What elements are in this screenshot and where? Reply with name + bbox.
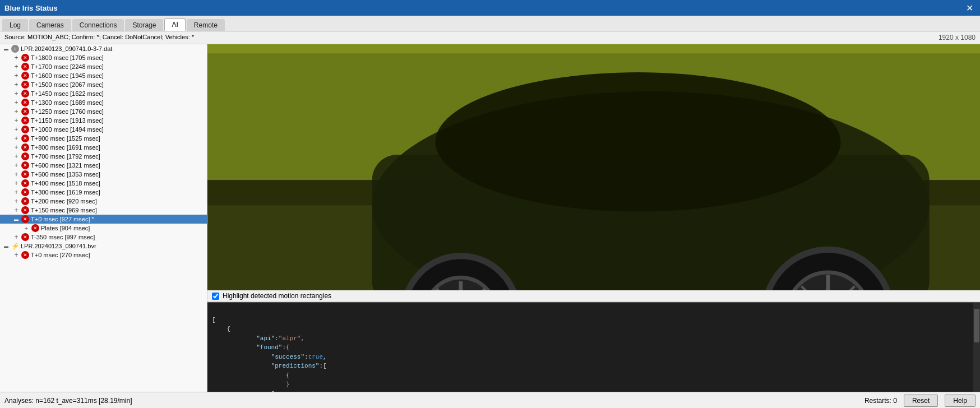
tab-ai[interactable]: AI bbox=[164, 18, 185, 31]
tab-log[interactable]: Log bbox=[2, 19, 28, 31]
tree-item-label: T+800 msec [1691 msec] bbox=[31, 144, 100, 151]
x-icon: ✕ bbox=[21, 170, 29, 178]
tree-item-t1700[interactable]: +✕T+1700 msec [2248 msec] bbox=[0, 62, 207, 71]
json-scrollbar-thumb[interactable] bbox=[974, 309, 979, 342]
x-icon: ✕ bbox=[21, 90, 29, 98]
tree-expander[interactable]: + bbox=[12, 152, 20, 160]
tree-expander[interactable]: + bbox=[12, 126, 20, 133]
close-button[interactable]: ✕ bbox=[964, 3, 976, 13]
tree-expander[interactable]: + bbox=[12, 63, 20, 71]
tree-item-label: T+1300 msec [1689 msec] bbox=[31, 99, 104, 106]
tree-item-t500[interactable]: +✕T+500 msec [1353 msec] bbox=[0, 170, 207, 179]
tab-cameras[interactable]: Cameras bbox=[29, 19, 71, 31]
tree-item-t1800[interactable]: +✕T+1800 msec [1705 msec] bbox=[0, 53, 207, 62]
tree-expander[interactable]: + bbox=[12, 90, 20, 98]
tree-item-t600[interactable]: +✕T+600 msec [1321 msec] bbox=[0, 161, 207, 170]
tree-item-t1450[interactable]: +✕T+1450 msec [1622 msec] bbox=[0, 89, 207, 98]
tree-expander[interactable]: + bbox=[12, 135, 20, 142]
highlight-checkbox[interactable] bbox=[212, 293, 219, 300]
x-icon: ✕ bbox=[21, 81, 29, 89]
reset-button[interactable]: Reset bbox=[904, 395, 938, 407]
x-icon: ✕ bbox=[21, 63, 29, 71]
tab-remote[interactable]: Remote bbox=[187, 19, 225, 31]
json-panel[interactable]: [ { "api":"alpr", "found":{ "success":tr… bbox=[207, 302, 980, 392]
tree-expander[interactable]: + bbox=[12, 233, 20, 241]
lightning-icon: ⚡ bbox=[11, 242, 19, 250]
tree-item-t1000[interactable]: +✕T+1000 msec [1494 msec] bbox=[0, 125, 207, 134]
tree-item-t150[interactable]: +✕T+150 msec [969 msec] bbox=[0, 206, 207, 215]
tree-item-plates[interactable]: +✕Plates [904 msec] bbox=[0, 224, 207, 233]
x-icon: ✕ bbox=[21, 54, 29, 62]
tree-item-t300[interactable]: +✕T+300 msec [1619 msec] bbox=[0, 188, 207, 197]
tree-item-label: T+700 msec [1792 msec] bbox=[31, 153, 100, 160]
tree-item-label: LPR.20240123_090741.bvr bbox=[21, 243, 96, 249]
tree-item-t0b[interactable]: +✕T+0 msec [270 msec] bbox=[0, 251, 207, 259]
tree-expander[interactable]: ▬ bbox=[2, 45, 10, 53]
tree-item-t0[interactable]: ▬✕T+0 msec [927 msec] * bbox=[0, 215, 207, 224]
tree-item-label: T+300 msec [1619 msec] bbox=[31, 189, 100, 196]
tree-item-label: T+1450 msec [1622 msec] bbox=[31, 90, 104, 97]
tree-expander[interactable]: + bbox=[12, 161, 20, 169]
tree-expander[interactable]: + bbox=[12, 81, 20, 89]
tree-item-t1300[interactable]: +✕T+1300 msec [1689 msec] bbox=[0, 98, 207, 107]
tree-expander[interactable]: + bbox=[12, 170, 20, 178]
tree-expander[interactable]: ▬ bbox=[2, 242, 10, 250]
tree-expander[interactable]: + bbox=[12, 188, 20, 196]
tree-expander[interactable]: + bbox=[12, 54, 20, 62]
tree-expander[interactable]: + bbox=[12, 179, 20, 187]
tree-item-t1250[interactable]: +✕T+1250 msec [1760 msec] bbox=[0, 107, 207, 116]
tree-item-t1500[interactable]: +✕T+1500 msec [2067 msec] bbox=[0, 80, 207, 89]
tab-storage[interactable]: Storage bbox=[125, 19, 163, 31]
x-icon: ✕ bbox=[21, 206, 29, 214]
main-content: ▬○LPR.20240123_090741.0-3-7.dat+✕T+1800 … bbox=[0, 44, 980, 392]
highlight-label[interactable]: Highlight detected motion rectangles bbox=[223, 292, 331, 300]
tree-item-label: Plates [904 msec] bbox=[41, 225, 90, 231]
tree-item-label: T+500 msec [1353 msec] bbox=[31, 171, 100, 178]
tree-expander[interactable]: + bbox=[12, 206, 20, 214]
svg-rect-2 bbox=[207, 44, 980, 53]
x-icon: ✕ bbox=[21, 72, 29, 80]
x-icon: ✕ bbox=[21, 215, 29, 223]
restarts-text: Restarts: 0 bbox=[865, 397, 897, 405]
tree-expander[interactable]: + bbox=[22, 224, 30, 232]
tree-item-label: T+1700 msec [2248 msec] bbox=[31, 63, 104, 70]
tree-item-label: T+1250 msec [1760 msec] bbox=[31, 108, 104, 115]
tree-item-t400[interactable]: +✕T+400 msec [1518 msec] bbox=[0, 179, 207, 188]
left-panel[interactable]: ▬○LPR.20240123_090741.0-3-7.dat+✕T+1800 … bbox=[0, 44, 207, 392]
tree-expander[interactable]: + bbox=[12, 99, 20, 106]
title-bar: Blue Iris Status ✕ bbox=[0, 0, 980, 16]
tree-item-label: T+1500 msec [2067 msec] bbox=[31, 81, 104, 88]
x-icon: ✕ bbox=[21, 179, 29, 187]
tree-item-t900[interactable]: +✕T+900 msec [1525 msec] bbox=[0, 134, 207, 143]
tab-bar: Log Cameras Connections Storage AI Remot… bbox=[0, 16, 980, 31]
tree-item-label: T+900 msec [1525 msec] bbox=[31, 135, 100, 142]
tree-expander[interactable]: ▬ bbox=[12, 215, 20, 223]
tree-expander[interactable]: + bbox=[12, 251, 20, 259]
x-icon: ✕ bbox=[21, 143, 29, 151]
tree-expander[interactable]: + bbox=[12, 143, 20, 151]
help-button[interactable]: Help bbox=[945, 395, 976, 407]
x-icon: ✕ bbox=[21, 233, 29, 241]
tree-item-root2[interactable]: ▬⚡LPR.20240123_090741.bvr bbox=[0, 242, 207, 251]
x-icon: ✕ bbox=[21, 188, 29, 196]
tree-expander[interactable]: + bbox=[12, 117, 20, 124]
resolution-label: 1920 x 1080 bbox=[939, 34, 976, 41]
json-scrollbar[interactable] bbox=[973, 303, 980, 392]
tree-expander[interactable]: + bbox=[12, 197, 20, 205]
tree-item-label: T+0 msec [270 msec] bbox=[31, 252, 90, 258]
tree-item-t200[interactable]: +✕T+200 msec [920 msec] bbox=[0, 197, 207, 206]
tab-connections[interactable]: Connections bbox=[72, 19, 124, 31]
tree-item-t800[interactable]: +✕T+800 msec [1691 msec] bbox=[0, 143, 207, 152]
tree-item-t1150[interactable]: +✕T+1150 msec [1913 msec] bbox=[0, 116, 207, 125]
tree-item-label: LPR.20240123_090741.0-3-7.dat bbox=[21, 45, 112, 52]
json-editor[interactable]: [ { "api":"alpr", "found":{ "success":tr… bbox=[207, 303, 980, 392]
video-feed: 2024-01-23 09:07:... bbox=[207, 44, 980, 290]
tree-item-label: T+1800 msec [1705 msec] bbox=[31, 54, 104, 61]
tree-item-tminus350[interactable]: +✕T-350 msec [997 msec] bbox=[0, 233, 207, 242]
tree-item-root1[interactable]: ▬○LPR.20240123_090741.0-3-7.dat bbox=[0, 44, 207, 53]
tree-item-t700[interactable]: +✕T+700 msec [1792 msec] bbox=[0, 152, 207, 161]
tree-item-label: T+0 msec [927 msec] * bbox=[31, 216, 94, 222]
tree-item-t1600[interactable]: +✕T+1600 msec [1945 msec] bbox=[0, 71, 207, 80]
tree-expander[interactable]: + bbox=[12, 72, 20, 80]
tree-expander[interactable]: + bbox=[12, 108, 20, 115]
